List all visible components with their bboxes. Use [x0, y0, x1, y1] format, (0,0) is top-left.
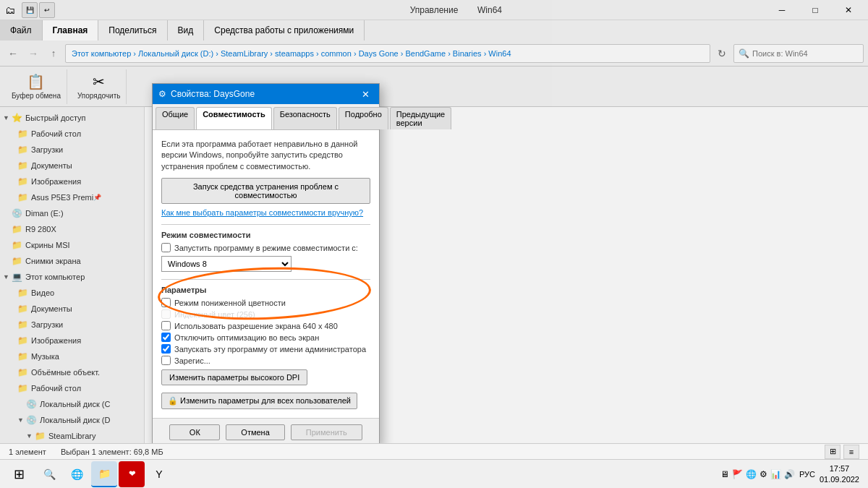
view-controls: ⊞ ≡ — [825, 445, 859, 459]
apply-btn[interactable]: Применить — [291, 424, 362, 440]
param-row-5: Запускать эту программу от имени админис… — [161, 344, 370, 354]
param-row-6: Зарегис... — [161, 356, 370, 365]
dialog-close-btn[interactable]: ✕ — [357, 87, 373, 100]
compat-checkbox-label: Запустить программу в режиме совместимос… — [174, 244, 358, 252]
dialog-footer: ОК Отмена Применить — [153, 418, 379, 446]
divider2 — [161, 279, 370, 280]
windows-taskbar: ⊞ 🔍 🌐 📁 ❤ Y 🖥 🚩 🌐 ⚙ 📊 🔊 РУС 17:57 01.09.… — [0, 459, 868, 488]
params-section: Параметры Режим пониженной цветности Инд… — [161, 286, 370, 385]
status-bar: 1 элемент Выбран 1 элемент: 69,8 МБ ⊞ ≡ — [0, 443, 868, 459]
troubleshoot-btn[interactable]: Запуск средства устранения проблем с сов… — [161, 178, 370, 204]
taskbar-right: 🖥 🚩 🌐 ⚙ 📊 🔊 РУС 17:57 01.09.2022 — [720, 463, 865, 484]
param-label-1: Режим пониженной цветности — [174, 299, 286, 307]
explorer-taskbar-btn[interactable]: 📁 — [91, 461, 117, 487]
taskbar-lang: РУС — [799, 470, 815, 479]
dialog-title: Свойства: DaysGone — [171, 89, 357, 99]
dialog-overlay: ⚙ Свойства: DaysGone ✕ Общие Совместимос… — [0, 0, 868, 459]
param-label-4: Отключить оптимизацию во весь экран — [174, 333, 319, 342]
cancel-btn[interactable]: Отмена — [226, 424, 284, 440]
param-check-4[interactable] — [161, 333, 171, 342]
taskbar-time: 17:57 — [820, 463, 859, 474]
dialog-tab-prev[interactable]: Предыдущие версии — [390, 107, 451, 129]
high-dpi-btn[interactable]: Изменить параметры высокого DPI — [161, 369, 307, 385]
compat-mode-section: Режим совместимости Запустить программу … — [161, 231, 370, 272]
dialog-icon: ⚙ — [158, 89, 166, 99]
param-row-1: Режим пониженной цветности — [161, 298, 370, 307]
start-btn[interactable]: ⊞ — [3, 460, 35, 489]
status-selected: Выбран 1 элемент: 69,8 МБ — [61, 448, 163, 456]
flag-icon: 🚩 — [732, 469, 743, 479]
param-label-5: Запускать эту программу от имени админис… — [174, 345, 366, 354]
param-row-2: Индексный цвет (256) — [161, 309, 370, 319]
speaker-icon: 🔊 — [784, 469, 795, 479]
status-items-count: 1 элемент — [9, 448, 46, 456]
app2-taskbar-btn[interactable]: Y — [146, 461, 172, 487]
rdp-icon: 🖥 — [720, 469, 729, 479]
param-check-1[interactable] — [161, 298, 171, 307]
compat-info-text: Если эта программа работает неправильно … — [161, 139, 370, 172]
view-list-btn[interactable]: ≡ — [843, 445, 859, 459]
taskbar-date: 01.09.2022 — [820, 474, 859, 484]
ok-btn[interactable]: ОК — [169, 424, 220, 440]
dialog-body: Если эта программа работает неправильно … — [153, 130, 379, 418]
param-check-2[interactable] — [161, 309, 171, 319]
param-check-6[interactable] — [161, 356, 171, 365]
change-all-btn[interactable]: 🔒 Изменить параметры для всех пользовате… — [161, 393, 357, 409]
dialog-tab-details[interactable]: Подробно — [339, 107, 388, 129]
search-taskbar-btn[interactable]: 🔍 — [36, 461, 62, 487]
param-row-4: Отключить оптимизацию во весь экран — [161, 333, 370, 342]
param-check-5[interactable] — [161, 344, 171, 354]
compat-mode-label: Режим совместимости — [161, 231, 370, 239]
divider1 — [161, 224, 370, 225]
dialog-title-bar: ⚙ Свойства: DaysGone ✕ — [153, 84, 379, 104]
param-row-3: Использовать разрешение экрана 640 x 480 — [161, 321, 370, 330]
dialog-tab-security[interactable]: Безопасность — [273, 107, 337, 129]
properties-dialog: ⚙ Свойства: DaysGone ✕ Общие Совместимос… — [152, 83, 380, 447]
param-label-2: Индексный цвет (256) — [174, 310, 255, 319]
app1-taskbar-btn[interactable]: ❤ — [119, 461, 145, 487]
params-label: Параметры — [161, 286, 370, 294]
taskbar-clock: 17:57 01.09.2022 — [820, 463, 859, 484]
dialog-tab-general[interactable]: Общие — [156, 107, 195, 129]
compat-dropdown[interactable]: Windows 8 — [161, 256, 292, 272]
param-check-3[interactable] — [161, 321, 171, 330]
view-grid-btn[interactable]: ⊞ — [825, 445, 841, 459]
taskview-btn[interactable]: 🌐 — [64, 461, 90, 487]
dialog-tab-compat[interactable]: Совместимость — [196, 107, 272, 129]
network-icon: 🌐 — [746, 469, 757, 479]
param-label-6: Зарегис... — [174, 356, 210, 365]
dialog-tabs: Общие Совместимость Безопасность Подробн… — [153, 104, 379, 130]
compat-checkbox[interactable] — [161, 243, 171, 252]
manual-link[interactable]: Как мне выбрать параметры совместимости … — [161, 208, 370, 217]
steam-icon: ⚙ — [760, 469, 767, 479]
taskbar-icons: 🖥 🚩 🌐 ⚙ 📊 🔊 — [720, 469, 795, 479]
compat-checkbox-row: Запустить программу в режиме совместимос… — [161, 243, 370, 252]
param-label-3: Использовать разрешение экрана 640 x 480 — [174, 322, 338, 330]
monitor-icon: 📊 — [770, 469, 781, 479]
